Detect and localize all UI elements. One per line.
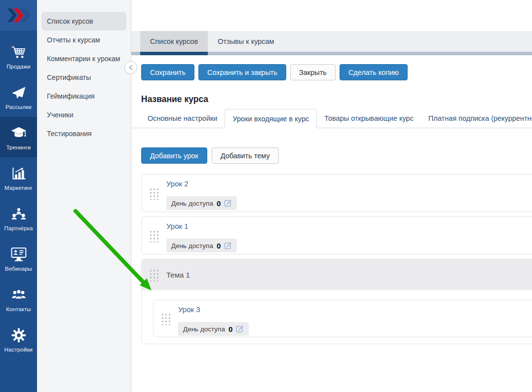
add-buttons-row: Добавить урок Добавить тему	[141, 147, 279, 164]
access-day-badge[interactable]: День доступа 0	[166, 239, 237, 252]
sidebar-item-certificates[interactable]: Сертификаты	[41, 68, 126, 87]
tab-label: Список курсов	[150, 37, 198, 45]
lesson-row: Урок 1 День доступа 0	[141, 216, 532, 254]
save-and-close-button[interactable]: Сохранить и закрыть	[198, 64, 286, 80]
tab-course-list[interactable]: Список курсов	[140, 31, 208, 52]
courses-sidebar: Список курсов Отчеты к курсам Комментари…	[37, 0, 131, 392]
menu-item-label: Ученики	[47, 111, 73, 119]
menu-item-label: Геймификация	[47, 92, 95, 100]
logo-chevrons-icon	[6, 5, 31, 25]
sidebar-item-label: Продажи	[6, 64, 31, 70]
sidebar-item-trainings[interactable]: Тренинги	[0, 117, 37, 157]
tab-label: Отзывы к курсам	[218, 37, 274, 45]
toolbar: Сохранить Сохранить и закрыть Закрыть Сд…	[141, 64, 408, 80]
main-content: Список курсов Отзывы к курсам Сохранить …	[131, 0, 532, 392]
add-theme-button[interactable]: Добавить тему	[212, 147, 279, 164]
drag-handle-icon[interactable]	[149, 268, 159, 282]
drag-handle-icon[interactable]	[160, 312, 171, 325]
edit-icon[interactable]	[236, 325, 244, 333]
sidebar-item-label: Вебинары	[5, 266, 32, 272]
menu-item-label: Отчеты к курсам	[47, 36, 100, 44]
access-day-label: День доступа	[171, 242, 213, 249]
tab-paid-subscription[interactable]: Платная подписка (рекуррентные пл	[421, 109, 532, 128]
edit-icon[interactable]	[224, 199, 232, 207]
lesson-row: Урок 2 День доступа 0	[141, 174, 532, 212]
main-sidebar-nav: Продажи Рассылки	[0, 31, 37, 359]
course-subtabs: Основные настройки Уроки входящие в курс…	[131, 109, 532, 128]
sidebar-item-label: Партнёрка	[4, 225, 33, 231]
access-day-value: 0	[228, 325, 232, 333]
tab-course-products[interactable]: Товары открывающие курс	[317, 109, 421, 128]
sidebar-item-sales[interactable]: Продажи	[0, 36, 37, 76]
sidebar-item-marketing[interactable]: Маркетинг	[0, 157, 37, 198]
lesson-row: Урок 3 День доступа 0	[153, 300, 532, 337]
graduation-cap-icon	[10, 124, 28, 142]
cart-icon	[10, 43, 27, 61]
bar-chart-icon	[10, 165, 27, 182]
lesson-title-link[interactable]: Урок 3	[178, 305, 200, 314]
menu-item-label: Сертификаты	[47, 73, 91, 81]
drag-handle-icon[interactable]	[149, 229, 159, 242]
add-lesson-button[interactable]: Добавить урок	[141, 147, 207, 164]
tab-basic-settings[interactable]: Основные настройки	[140, 109, 225, 128]
access-day-badge[interactable]: День доступа 0	[166, 196, 237, 210]
subtab-label: Основные настройки	[148, 114, 217, 122]
page-tabs: Список курсов Отзывы к курсам	[131, 31, 532, 55]
lesson-title-link[interactable]: Урок 2	[166, 179, 189, 188]
menu-item-label: Тестирования	[47, 130, 92, 138]
access-day-value: 0	[217, 242, 221, 250]
subtab-label: Товары открывающие курс	[324, 114, 414, 122]
save-button[interactable]: Сохранить	[141, 64, 194, 80]
sidebar-item-settings[interactable]: Настройки	[0, 319, 37, 359]
sidebar-item-course-list[interactable]: Список курсов	[41, 12, 126, 31]
make-copy-button[interactable]: Сделать копию	[340, 64, 408, 80]
sidebar-item-students[interactable]: Ученики	[41, 106, 126, 124]
theme-row: Тема 1 Урок 3 День доступа 0	[141, 259, 532, 344]
contacts-people-icon	[10, 286, 27, 304]
sidebar-item-contacts[interactable]: Контакты	[0, 279, 37, 319]
sidebar-item-gamification[interactable]: Геймификация	[41, 87, 126, 106]
sidebar-item-lesson-comments[interactable]: Комментарии к урокам	[41, 49, 126, 68]
theme-title: Тема 1	[166, 271, 190, 279]
app-logo[interactable]	[0, 0, 37, 31]
menu-item-label: Комментарии к урокам	[47, 55, 120, 63]
access-day-label: День доступа	[171, 200, 213, 207]
sidebar-item-mailings[interactable]: Рассылки	[0, 76, 37, 117]
sidebar-item-label: Контакты	[6, 306, 31, 312]
theme-header[interactable]: Тема 1	[142, 259, 532, 290]
access-day-badge[interactable]: День доступа 0	[178, 322, 249, 336]
sidebar-item-label: Рассылки	[5, 104, 31, 110]
lesson-title-link[interactable]: Урок 1	[166, 222, 189, 230]
webinar-monitor-icon	[10, 246, 28, 263]
main-sidebar: Продажи Рассылки	[0, 0, 37, 392]
sidebar-item-label: Тренинги	[6, 144, 31, 150]
sidebar-item-webinars[interactable]: Вебинары	[0, 238, 37, 279]
collapse-sidebar-button[interactable]	[124, 61, 137, 74]
chevron-left-icon	[128, 65, 133, 71]
gear-icon	[11, 326, 27, 344]
close-button[interactable]: Закрыть	[290, 64, 336, 80]
sidebar-item-label: Маркетинг	[4, 185, 33, 191]
course-title: Название курса	[141, 94, 208, 105]
tab-course-reviews[interactable]: Отзывы к курсам	[208, 31, 284, 52]
tab-course-lessons[interactable]: Уроки входящие в курс	[225, 109, 317, 128]
sidebar-item-course-reports[interactable]: Отчеты к курсам	[41, 31, 126, 49]
affiliate-network-icon	[10, 205, 27, 223]
sidebar-item-tests[interactable]: Тестирования	[41, 124, 126, 143]
subtab-label: Платная подписка (рекуррентные пл	[428, 114, 532, 122]
subtab-label: Уроки входящие в курс	[232, 115, 309, 123]
drag-handle-icon[interactable]	[149, 186, 159, 200]
access-day-value: 0	[217, 199, 221, 208]
edit-icon[interactable]	[224, 242, 232, 249]
access-day-label: День доступа	[183, 325, 225, 333]
menu-item-label: Список курсов	[47, 17, 93, 25]
sidebar-item-label: Настройки	[4, 347, 33, 353]
paper-plane-icon	[11, 84, 27, 102]
sidebar-item-affiliate[interactable]: Партнёрка	[0, 198, 37, 238]
